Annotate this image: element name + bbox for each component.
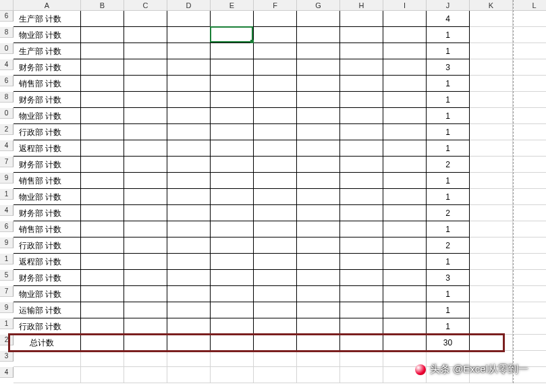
cell-I[interactable]	[383, 140, 427, 157]
cell-K[interactable]	[470, 205, 513, 221]
cell-F[interactable]	[254, 270, 297, 286]
cell-G[interactable]	[297, 108, 340, 124]
row-header[interactable]: 6	[0, 11, 13, 22]
cell-K[interactable]	[470, 157, 513, 173]
cell-C[interactable]	[124, 157, 167, 173]
count-value[interactable]: 1	[427, 27, 470, 43]
cell-L[interactable]	[513, 140, 546, 157]
cell-D[interactable]	[167, 108, 211, 124]
cell-E[interactable]	[211, 27, 254, 43]
cell-D[interactable]	[167, 270, 211, 286]
dept-label[interactable]: 物业部 计数	[13, 27, 81, 43]
select-all-corner[interactable]	[0, 0, 13, 11]
total-label[interactable]: 总计数	[13, 335, 81, 351]
cell-K[interactable]	[470, 11, 513, 27]
row-header[interactable]: 0	[0, 43, 13, 54]
count-value[interactable]: 1	[427, 92, 470, 108]
row-header[interactable]: 9	[0, 237, 13, 248]
cell-I[interactable]	[383, 286, 427, 302]
cell-B[interactable]	[81, 302, 124, 318]
dept-label[interactable]: 财务部 计数	[13, 59, 81, 76]
cell-D[interactable]	[167, 92, 211, 108]
dept-label[interactable]: 返程部 计数	[13, 140, 81, 157]
cell-D[interactable]	[167, 140, 211, 157]
cell-D[interactable]	[167, 302, 211, 318]
dept-label[interactable]: 销售部 计数	[13, 221, 81, 237]
cell-D[interactable]	[167, 335, 211, 351]
cell-H[interactable]	[340, 140, 383, 157]
column-header-K[interactable]: K	[470, 0, 513, 11]
cell-D[interactable]	[167, 221, 211, 237]
row-header[interactable]: 9	[0, 173, 13, 184]
column-header-C[interactable]: C	[124, 0, 167, 11]
row-header[interactable]: 7	[0, 157, 13, 167]
cell-B[interactable]	[81, 286, 124, 302]
cell-E[interactable]	[211, 189, 254, 205]
cell-B[interactable]	[81, 76, 124, 92]
cell-C[interactable]	[124, 318, 167, 335]
cell-B[interactable]	[81, 189, 124, 205]
cell-G[interactable]	[297, 367, 340, 383]
cell-L[interactable]	[513, 286, 546, 302]
cell-I[interactable]	[383, 335, 427, 351]
cell-C[interactable]	[124, 237, 167, 254]
row-header[interactable]: 2	[0, 124, 13, 135]
cell-D[interactable]	[167, 189, 211, 205]
cell-B[interactable]	[81, 92, 124, 108]
count-value[interactable]: 1	[427, 286, 470, 302]
cell-H[interactable]	[340, 124, 383, 140]
cell-C[interactable]	[124, 189, 167, 205]
cell-C[interactable]	[124, 254, 167, 270]
cell-L[interactable]	[513, 189, 546, 205]
cell-K[interactable]	[470, 76, 513, 92]
row-header[interactable]: 8	[0, 92, 13, 103]
cell-F[interactable]	[254, 11, 297, 27]
cell-K[interactable]	[470, 189, 513, 205]
cell-B[interactable]	[81, 237, 124, 254]
dept-label[interactable]: 生产部 计数	[13, 11, 81, 27]
count-value[interactable]: 1	[427, 189, 470, 205]
spreadsheet-grid[interactable]: ABCDEFGHIJKL6生产部 计数48物业部 计数10生产部 计数14财务部…	[0, 0, 546, 383]
cell-H[interactable]	[340, 59, 383, 76]
cell-H[interactable]	[340, 237, 383, 254]
cell-E[interactable]	[211, 254, 254, 270]
cell-B[interactable]	[81, 157, 124, 173]
dept-label[interactable]: 运输部 计数	[13, 302, 81, 318]
cell-C[interactable]	[124, 27, 167, 43]
dept-label[interactable]: 行政部 计数	[13, 237, 81, 254]
column-header-G[interactable]: G	[297, 0, 340, 11]
row-header[interactable]: 6	[0, 221, 13, 232]
cell-H[interactable]	[340, 173, 383, 189]
column-header-L[interactable]: L	[513, 0, 546, 11]
count-value[interactable]: 3	[427, 270, 470, 286]
cell-K[interactable]	[470, 302, 513, 318]
cell-G[interactable]	[297, 205, 340, 221]
cell-K[interactable]	[470, 237, 513, 254]
cell-I[interactable]	[383, 270, 427, 286]
row-header[interactable]: 1	[0, 318, 13, 329]
cell-H[interactable]	[340, 221, 383, 237]
cell-E[interactable]	[211, 286, 254, 302]
count-value[interactable]: 1	[427, 302, 470, 318]
cell-E[interactable]	[211, 367, 254, 383]
cell-B[interactable]	[81, 270, 124, 286]
cell-L[interactable]	[513, 43, 546, 59]
dept-label[interactable]: 行政部 计数	[13, 318, 81, 335]
cell-C[interactable]	[124, 11, 167, 27]
cell-D[interactable]	[167, 367, 211, 383]
cell-I[interactable]	[383, 27, 427, 43]
cell-F[interactable]	[254, 59, 297, 76]
count-value[interactable]: 3	[427, 59, 470, 76]
cell-B[interactable]	[81, 108, 124, 124]
total-value[interactable]: 30	[427, 335, 470, 351]
dept-label[interactable]: 物业部 计数	[13, 189, 81, 205]
cell-F[interactable]	[254, 335, 297, 351]
cell-L[interactable]	[513, 318, 546, 335]
count-value[interactable]: 1	[427, 124, 470, 140]
cell-E[interactable]	[211, 205, 254, 221]
cell-I[interactable]	[383, 11, 427, 27]
cell-D[interactable]	[167, 76, 211, 92]
cell-H[interactable]	[340, 270, 383, 286]
cell-K[interactable]	[470, 335, 513, 351]
cell-C[interactable]	[124, 205, 167, 221]
